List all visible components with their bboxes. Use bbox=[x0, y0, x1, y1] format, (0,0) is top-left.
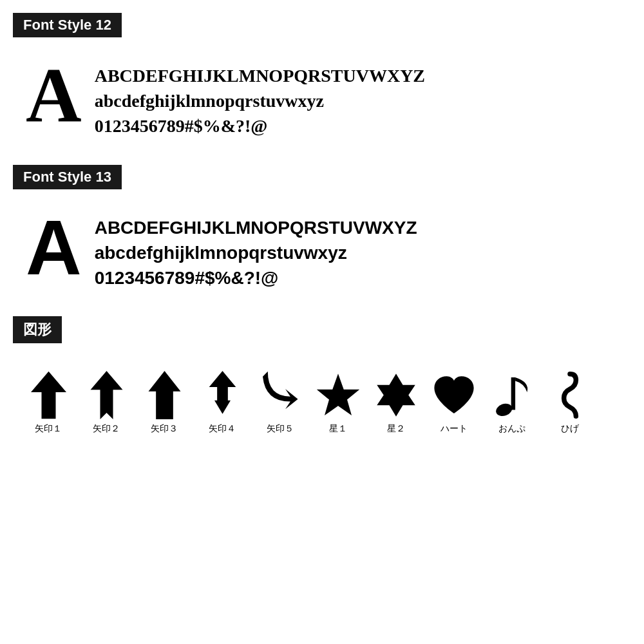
yajirushi5-icon bbox=[258, 369, 303, 421]
font-style-12-demo: A ABCDEFGHIJKLMNOPQRSTUVWXYZ abcdefghijk… bbox=[13, 50, 631, 146]
shape-hoshi1: 星１ bbox=[309, 369, 367, 435]
font-style-13-section: Font Style 13 A ABCDEFGHIJKLMNOPQRSTUVWX… bbox=[13, 165, 631, 298]
shapes-section: 図形 矢印１ 矢印２ bbox=[13, 316, 631, 435]
font-style-13-chars: ABCDEFGHIJKLMNOPQRSTUVWXYZ abcdefghijklm… bbox=[95, 209, 417, 291]
font-style-13-line1: ABCDEFGHIJKLMNOPQRSTUVWXYZ bbox=[95, 215, 417, 240]
font-style-12-line2: abcdefghijklmnopqrstuvwxyz bbox=[95, 88, 425, 113]
heart-label: ハート bbox=[440, 423, 468, 435]
font-style-12-section: Font Style 12 A ABCDEFGHIJKLMNOPQRSTUVWX… bbox=[13, 13, 631, 146]
hoshi1-icon bbox=[316, 369, 361, 421]
shape-yajirushi4: 矢印４ bbox=[193, 369, 251, 435]
onpu-label: おんぷ bbox=[498, 423, 526, 435]
svg-rect-7 bbox=[511, 377, 515, 410]
svg-marker-5 bbox=[377, 374, 415, 417]
yajirushi1-icon bbox=[26, 369, 71, 421]
font-style-13-demo: A ABCDEFGHIJKLMNOPQRSTUVWXYZ abcdefghijk… bbox=[13, 202, 631, 298]
yajirushi4-label: 矢印４ bbox=[209, 423, 236, 435]
font-style-13-big-letter: A bbox=[26, 209, 82, 286]
heart-icon bbox=[431, 369, 477, 421]
shapes-grid: 矢印１ 矢印２ 矢印３ bbox=[13, 356, 631, 435]
shape-onpu: おんぷ bbox=[483, 369, 541, 435]
yajirushi5-label: 矢印５ bbox=[267, 423, 294, 435]
font-style-13-line2: abcdefghijklmnopqrstuvwxyz bbox=[95, 240, 417, 265]
shapes-header: 図形 bbox=[13, 316, 62, 343]
shape-yajirushi3: 矢印３ bbox=[135, 369, 193, 435]
yajirushi3-icon bbox=[142, 369, 187, 421]
font-style-13-line3: 0123456789#$%&?!@ bbox=[95, 265, 417, 290]
font-style-12-header: Font Style 12 bbox=[13, 13, 122, 37]
hige-icon bbox=[547, 369, 592, 421]
font-style-12-chars: ABCDEFGHIJKLMNOPQRSTUVWXYZ abcdefghijklm… bbox=[95, 57, 425, 139]
hige-label: ひげ bbox=[561, 423, 579, 435]
svg-marker-2 bbox=[148, 371, 180, 419]
yajirushi4-icon bbox=[200, 369, 245, 421]
font-style-12-line3: 0123456789#$%&?!@ bbox=[95, 113, 425, 138]
svg-point-6 bbox=[495, 401, 514, 418]
yajirushi2-label: 矢印２ bbox=[93, 423, 120, 435]
shape-yajirushi5: 矢印５ bbox=[251, 369, 309, 435]
font-style-13-header: Font Style 13 bbox=[13, 165, 122, 189]
onpu-icon bbox=[489, 369, 535, 421]
yajirushi2-icon bbox=[84, 369, 129, 421]
font-style-12-line1: ABCDEFGHIJKLMNOPQRSTUVWXYZ bbox=[95, 63, 425, 88]
hoshi1-label: 星１ bbox=[329, 423, 347, 435]
shape-heart: ハート bbox=[425, 369, 483, 435]
shape-hige: ひげ bbox=[541, 369, 599, 435]
font-style-12-big-letter: A bbox=[26, 57, 82, 134]
shape-hoshi2: 星２ bbox=[367, 369, 425, 435]
svg-marker-4 bbox=[317, 374, 360, 415]
yajirushi3-label: 矢印３ bbox=[151, 423, 178, 435]
svg-marker-1 bbox=[90, 371, 122, 419]
svg-marker-3 bbox=[209, 371, 236, 414]
hoshi2-label: 星２ bbox=[387, 423, 405, 435]
shape-yajirushi2: 矢印２ bbox=[77, 369, 135, 435]
yajirushi1-label: 矢印１ bbox=[35, 423, 62, 435]
shape-yajirushi1: 矢印１ bbox=[19, 369, 77, 435]
svg-marker-0 bbox=[31, 371, 66, 418]
hoshi2-icon bbox=[374, 369, 419, 421]
